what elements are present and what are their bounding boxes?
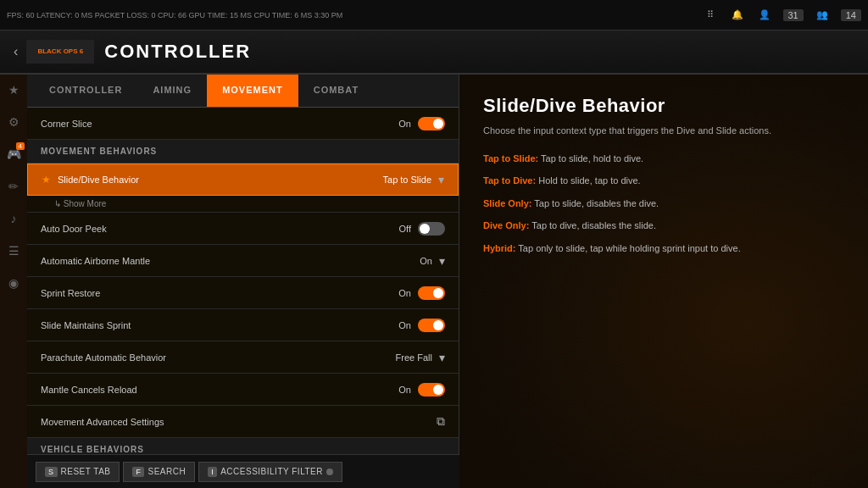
top-bar: FPS: 60 LATENCY: 0 MS PACKET LOSS: 0 CPU… — [0, 0, 868, 30]
search-label: SEARCH — [147, 467, 186, 476]
setting-slide-dive-behavior[interactable]: ★ Slide/Dive Behavior Tap to Slide ▾ — [27, 164, 459, 196]
search-key: F — [132, 467, 144, 477]
mantle-cancels-reload-label: Mantle Cancels Reload — [41, 385, 398, 395]
slide-dive-label: Slide/Dive Behavior — [58, 175, 383, 185]
corner-slice-toggle[interactable] — [418, 117, 445, 130]
settings-body: Corner Slice On MOVEMENT BEHAVIORS ★ Sli… — [27, 108, 459, 488]
tab-movement[interactable]: MOVEMENT — [207, 75, 298, 107]
reset-tab-key: S — [45, 467, 58, 477]
info-option-tap-dive: Tap to Dive: Hold to slide, tap to dive. — [483, 174, 844, 188]
page-title: CONTROLLER — [104, 41, 251, 63]
reset-tab-label: RESET TAB — [61, 467, 111, 476]
info-title: Slide/Dive Behavior — [483, 95, 844, 117]
info-panel: Slide/Dive Behavior Choose the input con… — [459, 75, 868, 488]
sidebar-item-favorites[interactable]: ★ — [1, 75, 26, 105]
grid-icon[interactable]: ⠿ — [702, 7, 719, 24]
setting-parachute-behavior[interactable]: Parachute Automatic Behavior Free Fall ▾ — [27, 341, 459, 374]
controller-badge: 4 — [16, 142, 25, 150]
sprint-restore-value: On — [398, 288, 411, 298]
header: ‹ BLACK OPS 6 CONTROLLER — [0, 30, 868, 75]
airborne-mantle-chevron[interactable]: ▾ — [439, 254, 445, 268]
back-button[interactable]: ‹ — [14, 44, 18, 59]
search-button[interactable]: F SEARCH — [123, 462, 195, 482]
info-option-slide-only: Slide Only: Tap to slide, disables the d… — [483, 197, 844, 211]
option-desc-dive-only: Tap to dive, disables the slide. — [531, 220, 656, 230]
movement-advanced-external-icon[interactable]: ⧉ — [437, 414, 445, 429]
setting-slide-maintains-sprint[interactable]: Slide Maintains Sprint On — [27, 309, 459, 341]
show-more-link[interactable]: ↳ Show More — [27, 196, 459, 213]
parachute-behavior-value: Free Fall — [396, 352, 432, 363]
option-name-tap-slide: Tap to Slide: — [483, 153, 538, 164]
corner-slice-label: Corner Slice — [41, 119, 398, 129]
auto-door-peek-label: Auto Door Peek — [41, 224, 399, 234]
info-option-hybrid: Hybrid: Tap only to slide, tap while hol… — [483, 241, 844, 256]
sidebar-item-controller[interactable]: 🎮 4 — [1, 139, 26, 169]
tab-combat[interactable]: COMBAT — [298, 75, 374, 107]
slide-maintains-sprint-value: On — [398, 320, 411, 330]
info-option-dive-only: Dive Only: Tap to dive, disables the sli… — [483, 219, 844, 233]
auto-door-peek-value: Off — [399, 224, 411, 234]
bell-icon[interactable]: 🔔 — [729, 7, 746, 24]
option-name-tap-dive: Tap to Dive: — [483, 175, 536, 186]
movement-behaviors-header: MOVEMENT BEHAVIORS — [27, 140, 459, 164]
option-desc-slide-only: Tap to slide, disables the dive. — [534, 198, 659, 208]
game-logo: BLACK OPS 6 — [26, 40, 94, 64]
setting-sprint-restore[interactable]: Sprint Restore On — [27, 277, 459, 309]
airborne-mantle-value: On — [420, 256, 432, 266]
info-subtitle: Choose the input context type that trigg… — [483, 124, 844, 138]
corner-slice-value: On — [398, 119, 411, 129]
option-desc-tap-dive: Hold to slide, tap to dive. — [538, 175, 640, 186]
top-bar-right: ⠿ 🔔 👤 31 👥 14 — [702, 7, 862, 24]
sidebar-item-audio[interactable]: ♪ — [1, 203, 26, 234]
footer: S RESET TAB F SEARCH I ACCESSIBILITY FIL… — [27, 454, 459, 488]
reset-tab-button[interactable]: S RESET TAB — [36, 462, 120, 482]
setting-movement-advanced[interactable]: Movement Advanced Settings ⧉ — [27, 406, 459, 438]
main-content: CONTROLLER AIMING MOVEMENT COMBAT Corner… — [27, 75, 868, 488]
airborne-mantle-label: Automatic Airborne Mantle — [41, 256, 420, 266]
parachute-behavior-chevron[interactable]: ▾ — [439, 351, 445, 364]
slide-maintains-sprint-toggle[interactable] — [418, 319, 445, 332]
accessibility-label: ACCESSIBILITY FILTER — [220, 467, 323, 476]
info-option-tap-slide: Tap to Slide: Tap to slide, hold to dive… — [483, 152, 844, 166]
movement-advanced-label: Movement Advanced Settings — [41, 417, 437, 427]
tab-aiming[interactable]: AIMING — [137, 75, 207, 107]
settings-panel: CONTROLLER AIMING MOVEMENT COMBAT Corner… — [27, 75, 459, 488]
sprint-restore-label: Sprint Restore — [41, 288, 398, 298]
stats-display: FPS: 60 LATENCY: 0 MS PACKET LOSS: 0 CPU… — [7, 11, 702, 19]
setting-mantle-cancels-reload[interactable]: Mantle Cancels Reload On — [27, 374, 459, 406]
option-name-hybrid: Hybrid: — [483, 243, 516, 253]
count-badge-2: 14 — [841, 9, 861, 21]
parachute-behavior-label: Parachute Automatic Behavior — [41, 352, 396, 363]
accessibility-key: I — [208, 467, 217, 477]
sidebar-item-menu[interactable]: ☰ — [1, 236, 26, 266]
count-badge-1: 31 — [783, 9, 804, 21]
sidebar: ★ ⚙ 🎮 4 ✏ ♪ ☰ ◉ — [0, 75, 27, 298]
mantle-cancels-reload-value: On — [398, 385, 411, 395]
slide-maintains-sprint-label: Slide Maintains Sprint — [41, 320, 398, 330]
profile-icon[interactable]: 👤 — [756, 7, 773, 24]
setting-corner-slice[interactable]: Corner Slice On — [27, 108, 459, 140]
friends-icon[interactable]: 👥 — [814, 7, 831, 24]
option-name-slide-only: Slide Only: — [483, 198, 531, 208]
tab-navigation: CONTROLLER AIMING MOVEMENT COMBAT — [27, 75, 459, 108]
option-desc-hybrid: Tap only to slide, tap while holding spr… — [518, 243, 740, 253]
accessibility-dot — [326, 469, 333, 475]
accessibility-filter-button[interactable]: I ACCESSIBILITY FILTER — [198, 462, 342, 482]
setting-airborne-mantle[interactable]: Automatic Airborne Mantle On ▾ — [27, 245, 459, 277]
sidebar-item-network[interactable]: ◉ — [1, 268, 26, 298]
sprint-restore-toggle[interactable] — [418, 286, 445, 300]
mantle-cancels-reload-toggle[interactable] — [418, 383, 445, 396]
sidebar-item-general[interactable]: ⚙ — [1, 107, 26, 137]
option-name-dive-only: Dive Only: — [483, 220, 529, 230]
slide-dive-chevron[interactable]: ▾ — [438, 173, 444, 186]
game-logo-text: BLACK OPS 6 — [37, 47, 83, 56]
sidebar-item-edit[interactable]: ✏ — [1, 171, 26, 202]
auto-door-peek-toggle[interactable] — [418, 222, 445, 236]
slide-dive-value: Tap to Slide — [383, 175, 431, 185]
setting-auto-door-peek[interactable]: Auto Door Peek Off — [27, 213, 459, 245]
tab-controller[interactable]: CONTROLLER — [34, 75, 137, 107]
option-desc-tap-slide: Tap to slide, hold to dive. — [541, 153, 643, 164]
star-icon: ★ — [42, 174, 51, 186]
